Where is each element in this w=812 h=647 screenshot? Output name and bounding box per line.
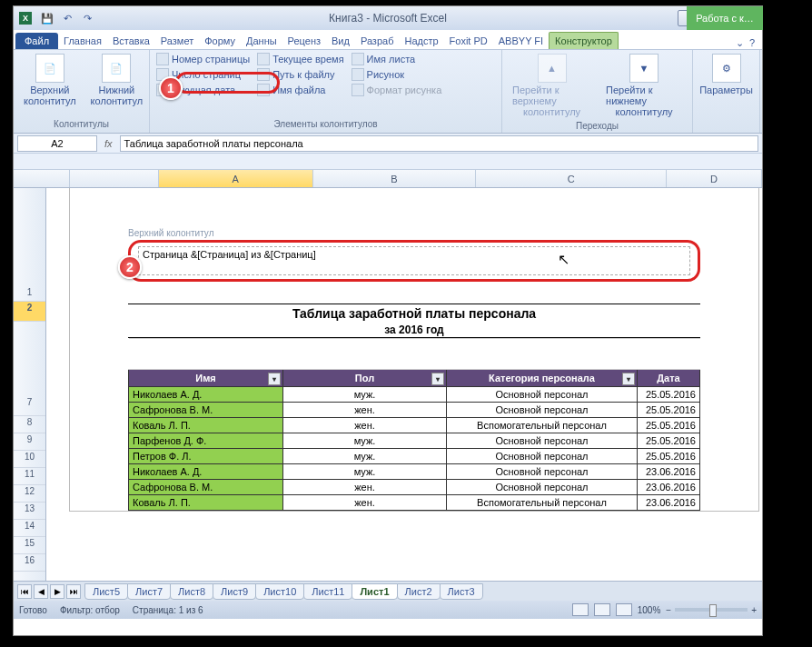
pagenum-button[interactable]: Номер страницы [154,52,252,66]
cell-date[interactable]: 25.05.2016 [638,403,700,418]
row-9[interactable]: 9 [14,433,45,451]
tab-addins[interactable]: Надстр [399,33,443,49]
sheet-tab[interactable]: Лист7 [127,583,171,600]
table-row[interactable]: Николаев А. Д.муж.Основной персонал25.05… [129,387,700,403]
header-button[interactable]: 📄 Верхний колонтитул [18,52,82,108]
zoom-slider[interactable] [675,608,748,612]
filter-name-icon[interactable]: ▾ [268,373,281,385]
save-icon[interactable]: 💾 [39,10,55,26]
row-8[interactable]: 8 [14,416,45,433]
table-row[interactable]: Сафронова В. М.жен.Основной персонал25.0… [129,403,700,418]
cell-cat[interactable]: Основной персонал [447,403,638,418]
cell-cat[interactable]: Вспомогательный персонал [447,495,638,511]
picture-button[interactable]: Рисунок [350,67,444,82]
filepath-button[interactable]: Путь к файлу [255,67,345,82]
select-all-corner[interactable] [14,170,70,187]
row-15[interactable]: 15 [14,537,45,554]
cell-sex[interactable]: муж. [283,464,447,480]
col-c[interactable]: C [476,170,667,187]
row-1[interactable]: 1 [14,286,45,302]
cell-cat[interactable]: Основной персонал [447,464,638,480]
tab-review[interactable]: Реценз [282,33,326,49]
cell-name[interactable]: Коваль Л. П. [129,418,283,433]
tab-home[interactable]: Главная [58,33,107,49]
header-edit-area[interactable]: Страница &[Страница] из &[Страниц] [138,246,690,275]
goto-footer-button[interactable]: ▼ Перейти к нижнему колонтитулу [600,52,688,119]
filename-button[interactable]: Имя файла [255,83,345,97]
cell-date[interactable]: 25.05.2016 [638,449,700,464]
cell-sex[interactable]: жен. [283,418,447,433]
tab-first-icon[interactable]: ⏮ [17,584,32,599]
minimize-ribbon-icon[interactable]: ⌄ [736,37,744,49]
tab-prev-icon[interactable]: ◀ [34,584,48,599]
table-row[interactable]: Парфенов Д. Ф.муж.Основной персонал25.05… [129,433,700,449]
cell-cat[interactable]: Основной персонал [447,433,638,449]
cell-cat[interactable]: Вспомогательный персонал [447,418,638,433]
view-normal-icon[interactable] [572,603,589,616]
tab-data[interactable]: Данны [241,33,282,49]
cell-sex[interactable]: жен. [283,495,447,511]
col-d[interactable]: D [667,170,762,187]
sheetname-button[interactable]: Имя листа [350,52,444,66]
col-b[interactable]: B [313,170,477,187]
row-12[interactable]: 12 [14,485,45,503]
cell-date[interactable]: 23.06.2016 [638,495,700,511]
sheet-tab[interactable]: Лист2 [397,583,441,600]
zoom-in-icon[interactable]: + [751,605,757,615]
sheet-tab[interactable]: Лист1 [352,583,397,600]
undo-icon[interactable]: ↶ [59,10,75,26]
table-row[interactable]: Петров Ф. Л.муж.Основной персонал25.05.2… [129,449,700,464]
table-row[interactable]: Сафронова В. М.жен.Основной персонал23.0… [129,480,700,495]
table-row[interactable]: Коваль Л. П.жен.Вспомогательный персонал… [129,495,700,511]
cell-name[interactable]: Николаев А. Д. [129,387,283,403]
curtime-button[interactable]: Текущее время [255,52,345,66]
view-break-icon[interactable] [616,603,632,616]
sheet-tab[interactable]: Лист10 [255,583,304,600]
row-16[interactable]: 16 [14,554,45,572]
cell-cat[interactable]: Основной персонал [447,480,638,495]
cell-name[interactable]: Сафронова В. М. [129,480,283,495]
table-row[interactable]: Николаев А. Д.муж.Основной персонал23.06… [129,464,700,480]
cell-sex[interactable]: жен. [283,403,447,418]
row-13[interactable]: 13 [14,503,45,520]
cell-date[interactable]: 25.05.2016 [638,387,700,403]
tab-layout[interactable]: Размет [155,33,199,49]
tab-insert[interactable]: Вставка [107,33,155,49]
tab-last-icon[interactable]: ⏭ [66,584,81,599]
cell-date[interactable]: 23.06.2016 [638,464,700,480]
tab-foxit[interactable]: Foxit PD [444,33,493,49]
cell-date[interactable]: 25.05.2016 [638,433,700,449]
footer-button[interactable]: 📄 Нижний колонтитул [85,52,149,108]
formula-input[interactable]: Таблица заработной платы персонала [120,135,758,152]
cell-name[interactable]: Сафронова В. М. [129,403,283,418]
fx-icon[interactable]: fx [104,138,113,149]
cell-sex[interactable]: муж. [283,449,447,464]
view-layout-icon[interactable] [594,603,610,616]
cell-name[interactable]: Коваль Л. П. [129,495,283,511]
cell-name[interactable]: Парфенов Д. Ф. [129,433,283,449]
sheet-tab[interactable]: Лист3 [440,583,483,600]
tab-next-icon[interactable]: ▶ [50,584,64,599]
cell-cat[interactable]: Основной персонал [447,449,638,464]
filter-cat-icon[interactable]: ▾ [622,373,635,385]
row-10[interactable]: 10 [14,451,45,468]
help-icon[interactable]: ? [749,37,755,49]
table-row[interactable]: Коваль Л. П.жен.Вспомогательный персонал… [129,418,700,433]
cell-sex[interactable]: жен. [283,480,447,495]
col-a[interactable]: A [159,170,313,187]
row-11[interactable]: 11 [14,468,45,485]
row-2[interactable]: 2 [14,302,45,322]
cell-cat[interactable]: Основной персонал [447,387,638,403]
cell-name[interactable]: Петров Ф. Л. [129,449,283,464]
cell-date[interactable]: 25.05.2016 [638,418,700,433]
sheet-tab[interactable]: Лист8 [170,583,213,600]
cell-date[interactable]: 23.06.2016 [638,480,700,495]
tab-view[interactable]: Вид [326,33,355,49]
cell-sex[interactable]: муж. [283,387,447,403]
sheet-tab[interactable]: Лист11 [303,583,352,600]
filter-sex-icon[interactable]: ▾ [431,373,444,385]
tab-developer[interactable]: Разраб [355,33,400,49]
redo-icon[interactable]: ↷ [79,10,95,26]
zoom-out-icon[interactable]: − [666,605,671,615]
tab-design[interactable]: Конструктор [549,32,619,49]
